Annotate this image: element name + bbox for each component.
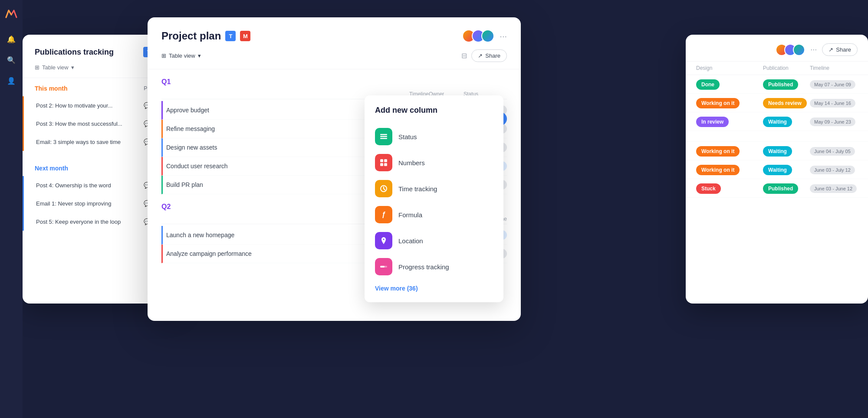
design-status-pill: In review xyxy=(696,117,729,127)
numbers-option-label: Numbers xyxy=(398,159,425,167)
profile-icon[interactable]: 👤 xyxy=(5,75,17,87)
table-view-icon: ⊞ xyxy=(161,52,166,59)
svg-rect-4 xyxy=(380,159,383,162)
right-pub-cell: Needs review xyxy=(763,99,806,107)
right-timeline-cell: May 09 - June 23 xyxy=(810,118,858,125)
right-timeline-cell: May 07 - June 09 xyxy=(810,80,858,88)
project-title: Project plan xyxy=(161,30,221,42)
pub-status-pill: Waiting xyxy=(763,165,792,175)
avatar xyxy=(481,29,494,42)
table-row[interactable]: Done Published May 07 - June 09 xyxy=(686,75,868,94)
table-row[interactable]: Working on it Waiting June 04 - July 05 xyxy=(686,142,868,160)
timeline-pill: June 03 - June 12 xyxy=(810,184,857,193)
right-design-cell: Stuck xyxy=(696,184,760,192)
project-toolbar: ⊞ Table view ▾ ⊟ ↗ Share xyxy=(148,42,521,69)
right-publication-col-header: Publication xyxy=(763,65,806,71)
pub-status-pill: Needs review xyxy=(763,98,807,108)
design-status-pill: Working on it xyxy=(696,98,740,108)
svg-rect-3 xyxy=(380,138,387,139)
toolbar-right: ⊟ ↗ Share xyxy=(461,49,507,62)
view-more-link[interactable]: View more (36) xyxy=(375,285,493,292)
next-month-label: Next month xyxy=(35,165,68,172)
location-option-label: Location xyxy=(398,237,423,245)
column-option-numbers[interactable]: Numbers xyxy=(375,150,493,176)
project-gmail-icon: M xyxy=(240,31,250,41)
right-design-cell: In review xyxy=(696,118,760,125)
share-label: Share xyxy=(485,52,500,59)
design-status-pill: Done xyxy=(696,79,720,90)
right-pub-cell: Waiting xyxy=(763,166,806,173)
design-status-pill: Working on it xyxy=(696,165,740,175)
right-more-menu-button[interactable]: ··· xyxy=(810,45,817,54)
progress-option-icon xyxy=(375,258,392,275)
right-share-label: Share xyxy=(836,46,851,53)
share-button[interactable]: ↗ Share xyxy=(471,49,507,62)
right-panel-header: ··· ↗ Share xyxy=(686,35,868,62)
time-tracking-option-icon xyxy=(375,180,392,197)
pub-status-pill: Waiting xyxy=(763,146,792,157)
svg-rect-5 xyxy=(384,159,387,162)
table-view-chevron: ▾ xyxy=(198,52,201,59)
timeline-pill: May 14 - June 16 xyxy=(810,99,855,108)
numbers-option-icon xyxy=(375,154,392,171)
search-icon[interactable]: 🔍 xyxy=(5,54,17,66)
svg-rect-6 xyxy=(380,163,383,166)
location-option-icon xyxy=(375,232,392,249)
filter-icon[interactable]: ⊟ xyxy=(461,52,467,60)
this-month-label: This month xyxy=(35,85,67,92)
right-share-icon: ↗ xyxy=(829,46,833,53)
add-column-dropdown: Add new column Status Numbers Time track… xyxy=(365,95,503,302)
design-status-pill: Working on it xyxy=(696,146,740,157)
more-menu-button[interactable]: ··· xyxy=(500,31,507,41)
app-logo xyxy=(4,7,18,21)
pub-row-name: Email 1: Never stop improving xyxy=(36,200,139,207)
table-icon: ⊞ xyxy=(35,64,39,71)
project-avatars xyxy=(462,29,494,42)
progress-option-label: Progress tracking xyxy=(398,263,449,271)
right-timeline-cell: May 14 - June 16 xyxy=(810,99,858,107)
right-timeline-cell: June 03 - June 12 xyxy=(810,184,858,192)
right-pub-cell: Waiting xyxy=(763,147,806,155)
notifications-icon[interactable]: 🔔 xyxy=(5,33,17,45)
right-timeline-cell: June 04 - July 05 xyxy=(810,147,858,155)
column-option-progress[interactable]: Progress tracking xyxy=(375,254,493,280)
right-pub-cell: Published xyxy=(763,184,806,192)
timeline-pill: May 09 - June 23 xyxy=(810,118,855,126)
svg-rect-7 xyxy=(384,163,387,166)
svg-rect-10 xyxy=(380,266,385,268)
column-option-status[interactable]: Status xyxy=(375,124,493,150)
svg-rect-2 xyxy=(380,136,387,137)
pub-view-label: Table view xyxy=(42,64,69,71)
column-option-time-tracking[interactable]: Time tracking xyxy=(375,176,493,202)
right-design-cell: Working on it xyxy=(696,147,760,155)
right-panel: ··· ↗ Share Design Publication Timeline … xyxy=(686,35,868,304)
timeline-pill: June 03 - July 12 xyxy=(810,166,855,174)
table-view-button[interactable]: ⊞ Table view ▾ xyxy=(161,52,201,59)
table-row[interactable]: In review Waiting May 09 - June 23 xyxy=(686,112,868,131)
formula-option-label: Formula xyxy=(398,211,422,219)
svg-rect-1 xyxy=(380,134,387,135)
project-trello-icon: T xyxy=(225,31,236,41)
right-share-button[interactable]: ↗ Share xyxy=(822,43,858,56)
app-sidebar: 🔔 🔍 👤 xyxy=(0,0,23,418)
right-panel-avatars xyxy=(776,44,805,56)
share-icon: ↗ xyxy=(478,52,483,59)
right-pub-cell: Published xyxy=(763,80,806,88)
table-row[interactable]: Working on it Waiting June 03 - July 12 xyxy=(686,160,868,179)
avatar xyxy=(793,44,805,56)
table-row[interactable] xyxy=(686,131,868,142)
project-header-right: ··· xyxy=(462,29,507,42)
right-design-cell: Done xyxy=(696,80,760,88)
table-row[interactable]: Stuck Published June 03 - June 12 xyxy=(686,179,868,198)
column-option-formula[interactable]: ƒ Formula xyxy=(375,202,493,228)
status-option-icon xyxy=(375,128,392,145)
pub-row-name: Post 5: Keep everyone in the loop xyxy=(36,219,139,225)
right-design-cell: Working on it xyxy=(696,166,760,173)
column-option-location[interactable]: Location xyxy=(375,228,493,254)
right-pub-cell: Waiting xyxy=(763,118,806,125)
status-option-label: Status xyxy=(398,133,417,140)
table-row[interactable]: Working on it Needs review May 14 - June… xyxy=(686,94,868,112)
pub-row-name: Post 3: How the most successful... xyxy=(36,121,139,127)
formula-option-icon: ƒ xyxy=(375,206,392,223)
pub-status-pill: Published xyxy=(763,79,798,90)
